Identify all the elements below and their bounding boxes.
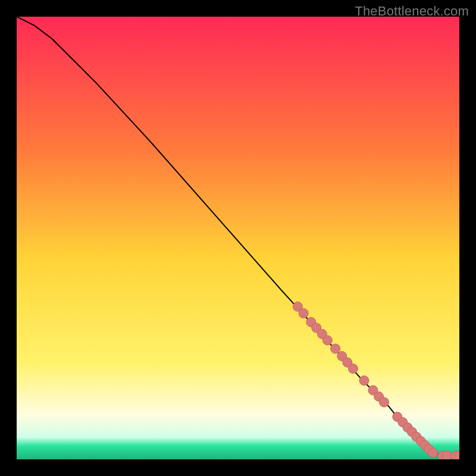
data-point	[428, 448, 437, 458]
plot-area	[17, 17, 459, 459]
data-point	[359, 376, 369, 386]
data-point	[299, 309, 308, 318]
data-point	[348, 364, 358, 374]
chart-svg	[17, 17, 459, 459]
data-point	[322, 336, 332, 345]
data-point	[442, 451, 452, 459]
data-point	[380, 397, 389, 407]
outer-frame: TheBottleneck.com	[0, 0, 476, 476]
watermark-text: TheBottleneck.com	[355, 4, 469, 19]
gradient-background	[17, 17, 459, 459]
data-point	[331, 344, 340, 353]
